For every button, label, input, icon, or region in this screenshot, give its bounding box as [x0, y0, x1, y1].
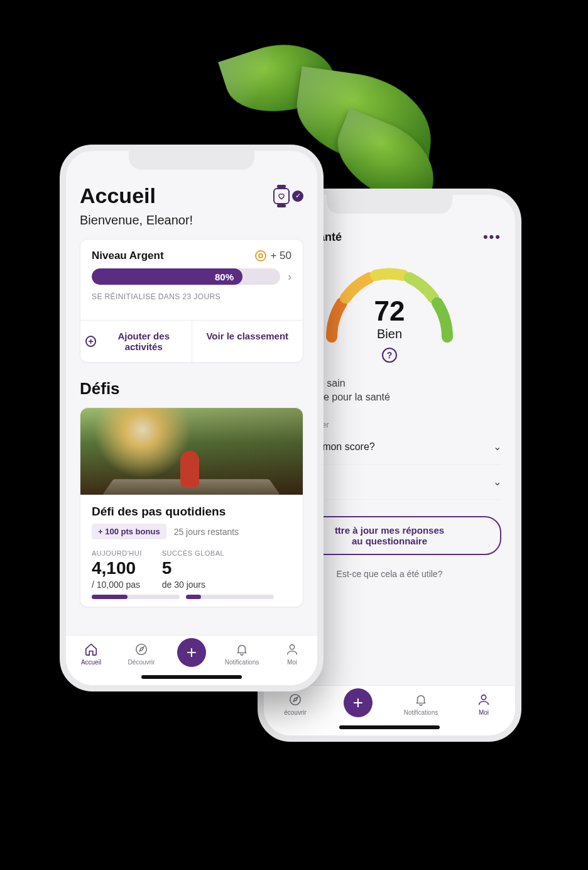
stat-goal: / 10,000 pas: [92, 580, 142, 590]
person-icon: [476, 692, 491, 707]
page-title: Accueil: [80, 184, 156, 208]
more-options-icon[interactable]: •••: [483, 229, 501, 245]
nav-add[interactable]: +: [172, 642, 212, 667]
stat-goal: de 30 jours: [162, 580, 224, 590]
svg-point-1: [481, 695, 486, 700]
bell-icon: [234, 642, 249, 657]
level-name: Niveau Argent: [92, 250, 164, 262]
watch-icon[interactable]: [273, 188, 290, 204]
challenges-heading: Défis: [80, 379, 303, 399]
svg-point-2: [136, 644, 147, 655]
chevron-down-icon: ⌄: [493, 476, 501, 488]
bell-icon: [413, 692, 428, 707]
nav-discover[interactable]: écouvrir: [275, 692, 315, 716]
nav-label: Moi: [287, 659, 297, 666]
stat-value: 5: [162, 558, 224, 578]
nav-label: Moi: [479, 709, 489, 716]
nav-home[interactable]: Accueil: [71, 642, 111, 666]
view-leaderboard-button[interactable]: Voir le classement: [192, 321, 303, 362]
bonus-pill: + 100 pts bonus: [92, 524, 166, 539]
nav-me[interactable]: Moi: [272, 642, 312, 666]
chevron-right-icon[interactable]: ›: [288, 270, 291, 284]
stat-label: SUCCÈS GLOBAL: [162, 549, 224, 557]
challenge-cover-image: [80, 408, 303, 495]
nav-add[interactable]: +: [338, 692, 378, 717]
challenge-title: Défi des pas quotidiens: [92, 505, 291, 519]
chevron-down-icon: ⌄: [493, 441, 501, 453]
welcome-text: Bienvenue, Eleanor!: [80, 213, 303, 228]
help-icon[interactable]: ?: [382, 348, 397, 363]
compass-icon: [288, 692, 303, 707]
plus-icon: +: [344, 688, 373, 717]
compass-icon: [134, 642, 149, 657]
svg-point-3: [290, 645, 294, 649]
today-progress-bar: [92, 595, 180, 599]
home-icon: [84, 642, 99, 657]
button-label: Ajouter des activités: [101, 331, 187, 352]
nav-discover[interactable]: Découvrir: [121, 642, 161, 666]
home-indicator: [339, 725, 440, 729]
challenge-card[interactable]: Défi des pas quotidiens + 100 pts bonus …: [80, 407, 303, 607]
stat-global: SUCCÈS GLOBAL 5 de 30 jours: [162, 549, 224, 590]
reset-note: SE RÉINITIALISE DANS 23 JOURS: [92, 292, 291, 301]
phone-accueil: Accueil ✓ Bienvenue, Eleanor! Niveau Arg…: [60, 145, 324, 691]
level-card: Niveau Argent + 50 80% ›: [80, 239, 303, 363]
nav-label: écouvrir: [284, 709, 307, 716]
stat-value: 4,100: [92, 558, 142, 578]
progress-percent: 80%: [215, 272, 234, 282]
home-indicator: [141, 675, 242, 679]
nav-label: Notifications: [225, 659, 259, 666]
person-icon: [285, 642, 300, 657]
health-score-gauge: [314, 256, 465, 344]
nav-me[interactable]: Moi: [464, 692, 504, 716]
plus-icon: +: [177, 638, 206, 667]
stat-label: AUJOURD'HUI: [92, 549, 142, 557]
level-bonus: + 50: [255, 250, 291, 262]
connected-check-icon: ✓: [292, 190, 303, 202]
days-remaining: 25 jours restants: [174, 527, 239, 537]
bonus-value: + 50: [270, 250, 291, 262]
nav-notifications[interactable]: Notifications: [222, 642, 262, 666]
phone-notch: [327, 195, 452, 214]
stat-today: AUJOURD'HUI 4,100 / 10,000 pas: [92, 549, 142, 590]
svg-point-0: [290, 695, 301, 705]
nav-label: Découvrir: [128, 659, 155, 666]
level-progress: 80%: [92, 268, 280, 285]
plus-circle-icon: +: [85, 336, 96, 347]
coin-icon: [255, 250, 266, 262]
global-progress-bar: [186, 595, 274, 599]
button-label: Voir le classement: [206, 331, 288, 341]
nav-notifications[interactable]: Notifications: [401, 692, 441, 716]
phone-notch: [129, 151, 254, 170]
nav-label: Accueil: [81, 659, 101, 666]
nav-label: Notifications: [404, 709, 438, 716]
add-activities-button[interactable]: + Ajouter des activités: [80, 321, 192, 362]
